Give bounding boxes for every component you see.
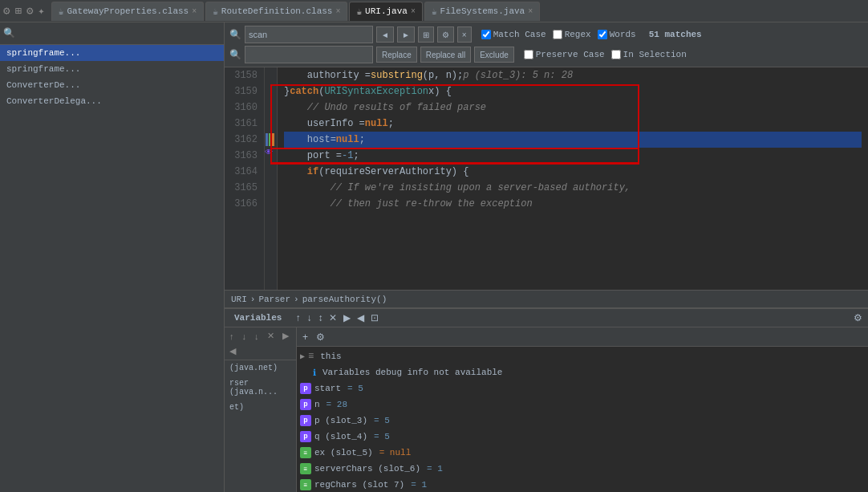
tool-icon[interactable]: ⚙ bbox=[26, 4, 33, 18]
breadcrumb-uri: URI bbox=[231, 295, 247, 304]
tab-icon: ☕ bbox=[59, 6, 64, 17]
var-type-icon: ≡ bbox=[300, 447, 311, 458]
tab-route-definition[interactable]: ☕ RouteDefinition.class × bbox=[205, 2, 347, 21]
tab-label: URI.java bbox=[365, 6, 408, 16]
debug-down-btn[interactable]: ↓ bbox=[239, 329, 250, 343]
tab-gateway-properties[interactable]: ☕ GatewayProperties.class × bbox=[51, 2, 204, 21]
match-case-checkbox[interactable] bbox=[481, 30, 491, 39]
gutter-blue bbox=[266, 133, 268, 146]
var-item-ex-slot5[interactable]: ≡ ex (slot_5) = null bbox=[297, 445, 868, 461]
tab-filesystems-java[interactable]: ☕ FileSystems.java × bbox=[424, 2, 540, 21]
debug-right-btn[interactable]: ▶ bbox=[279, 329, 292, 343]
app-window: ⚙ ⊞ ⚙ ✦ ☕ GatewayProperties.class × ☕ Ro… bbox=[0, 0, 868, 492]
var-name: serverChars (slot_6) bbox=[314, 464, 420, 474]
sidebar-label: ConverterDe... bbox=[6, 80, 80, 90]
line-num: 3163 bbox=[231, 148, 258, 164]
var-type-icon: p bbox=[300, 431, 311, 442]
var-name: n bbox=[314, 400, 320, 409]
code-token: -1 bbox=[342, 148, 353, 164]
var-type-icon: p bbox=[300, 399, 311, 410]
debug-item-java-net[interactable]: (java.net) bbox=[225, 360, 296, 376]
code-line-3164: if (requireServerAuthority) { bbox=[284, 164, 862, 180]
code-token: null bbox=[336, 132, 359, 148]
code-token bbox=[284, 132, 307, 148]
gutter-orange bbox=[272, 133, 274, 146]
step-over-btn[interactable]: ↑ bbox=[293, 311, 302, 324]
code-area: 3158 3159 3160 3161 3162 3163 3164 3165 … bbox=[225, 67, 868, 290]
code-token: authority = bbox=[284, 67, 371, 83]
debug-left-btn[interactable]: ◀ bbox=[226, 344, 239, 358]
tab-close-icon[interactable]: × bbox=[335, 7, 340, 16]
replace-all-button[interactable]: Replace all bbox=[420, 47, 471, 63]
star-icon[interactable]: ✦ bbox=[38, 4, 44, 18]
preserve-case-label[interactable]: Preserve Case bbox=[524, 50, 605, 59]
debug-item-et[interactable]: et) bbox=[225, 400, 296, 415]
var-item-start[interactable]: p start = 5 bbox=[297, 380, 868, 396]
next-match-button[interactable]: ► bbox=[397, 26, 415, 43]
match-case-label[interactable]: Match Case bbox=[481, 30, 546, 39]
var-item-server-chars[interactable]: ≡ serverChars (slot_6) = 1 bbox=[297, 461, 868, 477]
regex-label[interactable]: Regex bbox=[553, 30, 591, 39]
var-item-n[interactable]: p n = 28 bbox=[297, 396, 868, 413]
gear-icon[interactable]: ⚙ bbox=[3, 4, 10, 18]
replace-button[interactable]: Replace bbox=[376, 47, 417, 63]
words-text: Words bbox=[610, 30, 636, 39]
var-value: = 5 bbox=[347, 384, 363, 393]
sidebar-item-converterde[interactable]: ConverterDe... bbox=[0, 77, 224, 93]
code-token: substring bbox=[371, 67, 423, 83]
variables-header: + ⚙ bbox=[297, 327, 868, 347]
close-find-button[interactable]: × bbox=[457, 26, 472, 43]
regex-checkbox[interactable] bbox=[553, 30, 562, 39]
variables-list: ▶ ≡ this ℹ Variables debug info not avai… bbox=[297, 347, 868, 492]
sidebar-item-springframe1[interactable]: springframe... bbox=[0, 45, 224, 61]
debug-up-btn[interactable]: ↑ bbox=[226, 329, 237, 343]
in-selection-checkbox[interactable] bbox=[611, 50, 621, 59]
var-settings-btn[interactable]: ⚙ bbox=[314, 331, 327, 344]
add-watch-btn[interactable]: + bbox=[300, 331, 310, 344]
grid-icon[interactable]: ⊞ bbox=[14, 4, 21, 18]
var-type-icon: ≡ bbox=[300, 463, 311, 474]
tab-close-icon[interactable]: × bbox=[411, 7, 416, 16]
prev-match-button[interactable]: ◄ bbox=[376, 26, 394, 43]
code-token: // If we're insisting upon a server-base… bbox=[284, 180, 631, 196]
debug-item-rser[interactable]: rser (java.n... bbox=[225, 376, 296, 400]
in-selection-label[interactable]: In Selection bbox=[611, 50, 687, 59]
tab-close-icon[interactable]: × bbox=[192, 7, 197, 16]
tab-uri-java[interactable]: ☕ URI.java × bbox=[349, 2, 422, 21]
var-item-this[interactable]: ▶ ≡ this bbox=[297, 348, 868, 364]
regex-text: Regex bbox=[565, 30, 591, 39]
var-item-reg-chars[interactable]: ≡ regChars (slot 7) = 1 bbox=[297, 477, 868, 492]
var-item-q-slot4[interactable]: p q (slot_4) = 5 bbox=[297, 429, 868, 445]
debug-x-btn[interactable]: ✕ bbox=[264, 329, 278, 343]
preserve-case-checkbox[interactable] bbox=[524, 50, 533, 59]
debug-down2-btn[interactable]: ↓ bbox=[251, 329, 262, 343]
tab-icon: ☕ bbox=[432, 6, 437, 17]
var-value: = 5 bbox=[374, 432, 390, 441]
sidebar-search-icon: 🔍 bbox=[3, 27, 15, 39]
find-all-button[interactable]: ⊞ bbox=[418, 26, 434, 43]
replace-input[interactable] bbox=[245, 46, 373, 63]
settings-button[interactable]: ⚙ bbox=[437, 26, 454, 43]
grid-btn[interactable]: ⊡ bbox=[368, 311, 381, 324]
var-value: = 1 bbox=[427, 464, 443, 474]
settings-btn[interactable]: ⚙ bbox=[851, 311, 865, 324]
gutter bbox=[265, 67, 278, 290]
exclude-button[interactable]: Exclude bbox=[474, 47, 514, 63]
resume-btn[interactable]: ▶ bbox=[341, 311, 353, 324]
search-input[interactable] bbox=[245, 26, 373, 43]
var-item-p-slot3[interactable]: p p (slot_3) = 5 bbox=[297, 413, 868, 429]
find-row: 🔍 ◄ ► ⊞ ⚙ × Match Case bbox=[229, 26, 863, 43]
sidebar-label: springframe... bbox=[6, 64, 80, 74]
tab-close-icon[interactable]: × bbox=[528, 7, 533, 16]
sidebar-item-springframe2[interactable]: springframe... bbox=[0, 61, 224, 77]
step-into-btn[interactable]: ↓ bbox=[304, 311, 314, 324]
back-btn[interactable]: ◀ bbox=[355, 311, 367, 324]
step-out-btn[interactable]: ↕ bbox=[315, 311, 325, 324]
stop-btn[interactable]: ✕ bbox=[327, 311, 339, 324]
words-checkbox[interactable] bbox=[598, 30, 607, 39]
words-label[interactable]: Words bbox=[598, 30, 636, 39]
sidebar-item-converterdelega[interactable]: ConverterDelega... bbox=[0, 93, 224, 109]
code-token: port = bbox=[284, 148, 342, 164]
var-item-info: ℹ Variables debug info not available bbox=[297, 364, 868, 380]
sidebar-label: ConverterDelega... bbox=[6, 96, 102, 106]
